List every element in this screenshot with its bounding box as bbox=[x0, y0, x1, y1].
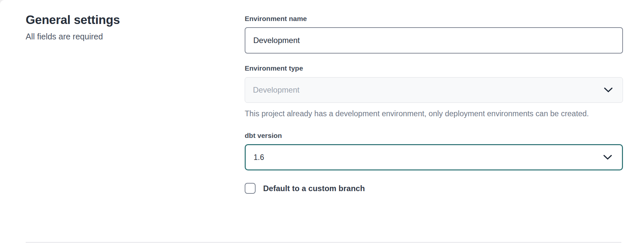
custom-branch-checkbox[interactable] bbox=[245, 183, 256, 194]
dbt-version-value: 1.6 bbox=[254, 153, 264, 162]
environment-type-label: Environment type bbox=[245, 64, 623, 73]
environment-name-input[interactable] bbox=[245, 27, 623, 54]
environment-type-value: Development bbox=[253, 85, 299, 95]
dbt-version-select[interactable]: 1.6 bbox=[245, 144, 623, 170]
chevron-down-icon bbox=[604, 87, 613, 93]
dbt-version-label: dbt version bbox=[245, 131, 623, 140]
environment-name-label: Environment name bbox=[245, 14, 623, 23]
general-settings-card: General settings All fields are required… bbox=[0, 0, 644, 243]
section-divider bbox=[26, 242, 621, 243]
environment-type-help-text: This project already has a development e… bbox=[245, 108, 593, 120]
custom-branch-row: Default to a custom branch bbox=[245, 183, 623, 194]
custom-branch-label[interactable]: Default to a custom branch bbox=[263, 184, 365, 193]
settings-header: General settings All fields are required bbox=[26, 13, 223, 41]
settings-form: Environment name Environment type Develo… bbox=[245, 14, 623, 194]
chevron-down-icon bbox=[603, 155, 612, 160]
page-subtitle: All fields are required bbox=[26, 32, 223, 41]
environment-type-select: Development bbox=[245, 77, 623, 103]
page-title: General settings bbox=[26, 13, 223, 27]
